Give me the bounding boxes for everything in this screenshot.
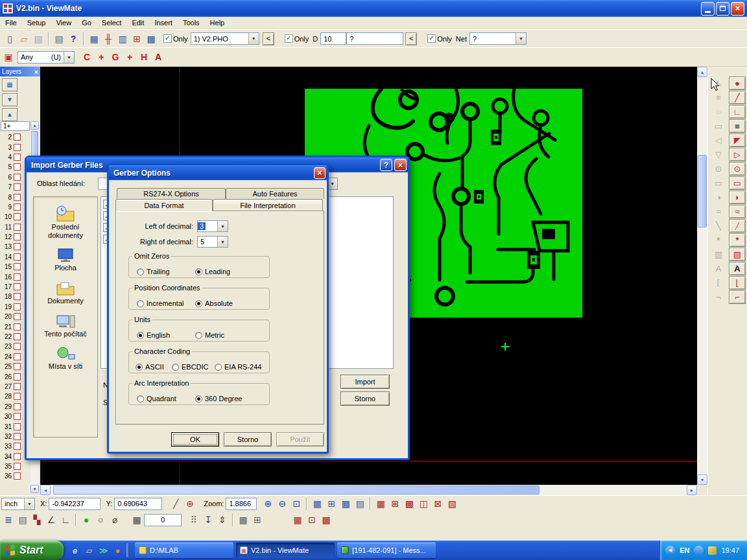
arc-angle-icon[interactable]: ∟ — [58, 513, 73, 527]
prev-layer-button[interactable]: < — [263, 32, 274, 45]
scrollbar-thumb[interactable] — [53, 485, 540, 495]
menu-view[interactable]: View — [51, 18, 77, 27]
snap-circle-icon[interactable]: ○ — [710, 105, 727, 119]
grid-snap-icon[interactable]: ⊞ — [324, 496, 338, 511]
layer-color-checkbox[interactable] — [14, 433, 21, 440]
dot-grid-icon[interactable]: ⠿ — [187, 513, 201, 527]
tab-rs274x-options[interactable]: RS274-X Options — [117, 188, 226, 199]
restore-button[interactable] — [716, 2, 729, 16]
tray-collapse-icon[interactable]: ◀ — [665, 546, 675, 555]
layer-combo[interactable]: 1) V2.PHO ▼ — [191, 32, 259, 45]
dropdown-icon[interactable]: ▼ — [64, 52, 74, 63]
grid-dots-icon[interactable]: ▩ — [338, 496, 353, 511]
layer-color-checkbox[interactable] — [14, 134, 21, 141]
tab-file-interpretation[interactable]: File Interpretation — [213, 199, 323, 211]
gerber-options-titlebar[interactable]: Gerber Options × — [109, 165, 327, 180]
tab-data-format[interactable]: Data Format — [115, 199, 213, 211]
layer-color-checkbox[interactable] — [14, 443, 21, 450]
layer-stack-icon[interactable]: ≣ — [1, 513, 16, 527]
import-button[interactable]: Import — [340, 375, 390, 389]
text-insert-icon[interactable]: A — [729, 262, 746, 275]
active-layer-field[interactable]: 1+ — [1, 121, 30, 131]
dropdown-icon[interactable]: ▼ — [516, 33, 526, 44]
browser-icon[interactable]: ● — [112, 544, 124, 557]
radio-ascii[interactable]: ASCII — [136, 363, 164, 371]
layer-color-checkbox[interactable] — [14, 283, 21, 290]
layer-row-35[interactable]: 35 — [1, 461, 30, 471]
folder-quicklaunch-icon[interactable]: ▱ — [83, 544, 95, 557]
grid-toggle-icon[interactable]: ▦ — [310, 496, 324, 511]
task-button-message[interactable]: [191-482-091] - Mess... — [337, 542, 436, 558]
gerber-options-close-button[interactable]: × — [314, 167, 326, 179]
layer-color-checkbox[interactable] — [14, 463, 21, 470]
snap-frame-icon[interactable]: ▭ — [710, 176, 727, 190]
status-light-icon[interactable]: ● — [79, 513, 93, 527]
diameter-icon[interactable]: ⌀ — [108, 513, 122, 527]
snap-rect-icon[interactable]: ▭ — [710, 119, 727, 133]
snap-target-icon[interactable]: ⊙ — [710, 162, 727, 176]
dialog-close-button[interactable]: × — [394, 159, 407, 171]
open-file-icon[interactable]: ▱ — [17, 32, 31, 46]
menu-help[interactable]: Help — [205, 18, 230, 27]
draw-star-icon[interactable]: * — [729, 233, 746, 247]
ok-button[interactable]: OK — [171, 432, 219, 447]
radio-english[interactable]: English — [137, 331, 170, 339]
layer-table-icon[interactable]: ▥ — [115, 32, 130, 46]
place-network[interactable]: Místa v síti — [34, 345, 97, 371]
minimize-button[interactable] — [701, 2, 715, 16]
windows-update-tray-icon[interactable] — [694, 546, 704, 555]
scrollbar-thumb[interactable] — [698, 155, 707, 228]
net-combo[interactable]: ? ▼ — [469, 32, 527, 45]
pattern-grid-icon[interactable]: ▩ — [144, 32, 158, 46]
layer-row-36[interactable]: 36 — [1, 471, 30, 481]
clock[interactable]: 19:47 — [721, 546, 739, 554]
draw-angle-icon[interactable]: ∟ — [729, 105, 746, 119]
menu-file[interactable]: File — [0, 18, 22, 27]
only-layer-checkbox[interactable]: ✓ — [163, 34, 172, 43]
pad-view-2-icon[interactable]: ⊞ — [388, 496, 402, 511]
tray-app-icon[interactable] — [708, 546, 717, 555]
pad-view-6-icon[interactable]: ▧ — [445, 496, 459, 511]
left-of-decimal-combo[interactable]: 3 ▼ — [197, 220, 228, 232]
layer-color-checkbox[interactable] — [14, 413, 21, 420]
layer-color-checkbox[interactable] — [14, 154, 21, 161]
scroll-right-icon[interactable]: ► — [687, 485, 697, 495]
layer-color-checkbox[interactable] — [14, 453, 21, 460]
dropdown-icon[interactable]: ▼ — [217, 237, 228, 247]
draw-sine-icon[interactable]: ≈ — [729, 205, 746, 218]
unit-combo[interactable]: inch ▼ — [1, 498, 35, 510]
menu-setup[interactable]: Setup — [22, 18, 51, 27]
snap-hatch-icon[interactable]: ▥ — [710, 248, 727, 261]
layer-color-checkbox[interactable] — [14, 144, 21, 151]
layer-color-checkbox[interactable] — [14, 174, 21, 181]
layer-color-checkbox[interactable] — [14, 293, 21, 300]
grid-fine-icon[interactable]: ▤ — [353, 496, 367, 511]
layer-color-checkbox[interactable] — [14, 183, 21, 191]
crosshair-c-icon[interactable]: + — [94, 50, 108, 64]
place-my-computer[interactable]: Tento počítač — [34, 313, 97, 338]
only-net-checkbox[interactable]: ✓ — [427, 34, 436, 43]
dropdown-icon[interactable]: ▼ — [217, 221, 228, 231]
layer-table-icon[interactable]: ▦ — [2, 78, 18, 91]
x-coordinate-field[interactable]: -0.942237 — [49, 498, 101, 510]
draw-thin-line-icon[interactable]: ╱ — [729, 219, 746, 233]
canvas-vertical-scrollbar[interactable]: ▲ ▼ — [697, 67, 707, 485]
scroll-up-icon[interactable]: ▲ — [30, 121, 39, 130]
radio-metric[interactable]: Metric — [195, 331, 224, 339]
draw-rectangle-icon[interactable]: ▭ — [729, 176, 746, 190]
internet-explorer-icon[interactable]: e — [69, 544, 81, 557]
layer-color-checkbox[interactable] — [14, 163, 21, 170]
draw-hatch-icon[interactable]: ▨ — [729, 248, 746, 261]
menu-select[interactable]: Select — [97, 18, 127, 27]
pattern-a-icon[interactable]: ▩ — [236, 513, 250, 527]
scroll-down-icon[interactable]: ▼ — [697, 474, 707, 485]
move-vertical-icon[interactable]: ⇕ — [215, 513, 230, 527]
context-help-icon[interactable]: ? — [66, 32, 80, 46]
anchor-point-icon[interactable]: ↧ — [201, 513, 215, 527]
task-button-mlab[interactable]: D:\MLAB — [135, 542, 233, 558]
layer-color-checkbox[interactable] — [14, 313, 21, 320]
draw-circle-icon[interactable]: ⊙ — [729, 162, 746, 176]
tab-auto-features[interactable]: Auto Features — [226, 188, 324, 199]
grid-plus-icon[interactable]: ⊞ — [130, 32, 144, 46]
snap-left-tri-icon[interactable]: ◁ — [710, 134, 727, 147]
